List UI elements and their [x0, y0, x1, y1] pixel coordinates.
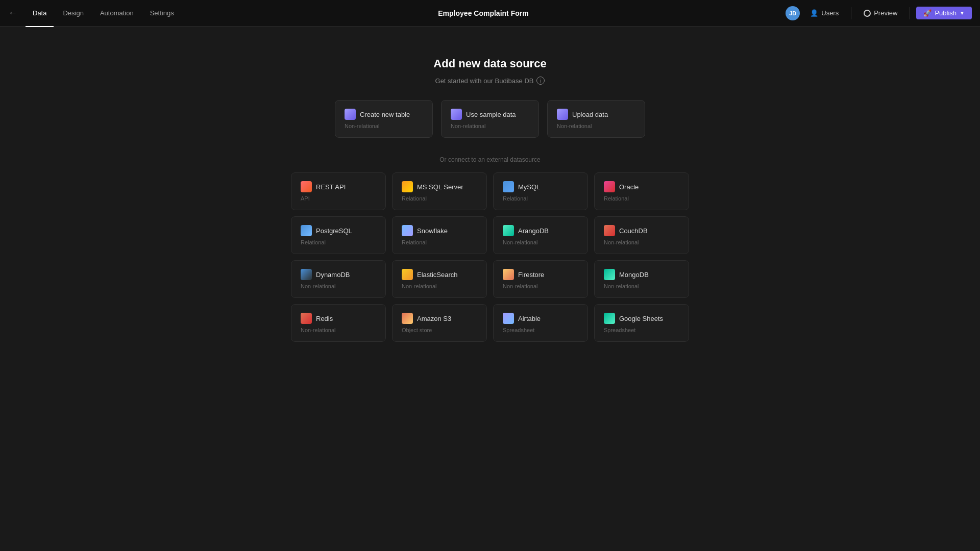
couchdb-icon [604, 225, 615, 236]
card-type-mongodb: Non-relational [604, 283, 679, 289]
mongodb-icon [604, 269, 615, 280]
sample-data-icon [451, 109, 462, 120]
oracle-icon [604, 181, 615, 192]
publish-button[interactable]: 🚀 Publish ▼ [916, 7, 972, 19]
create-table-icon [345, 109, 356, 120]
rest-api-icon [301, 181, 312, 192]
mssql-icon [402, 181, 413, 192]
card-elasticsearch[interactable]: ElasticSearch Non-relational [392, 260, 487, 298]
tab-settings[interactable]: Settings [143, 6, 181, 20]
card-type-mysql: Relational [503, 195, 578, 202]
card-type-amazon-s3: Object store [402, 327, 477, 333]
card-type-airtable: Spreadsheet [503, 327, 578, 333]
external-section-label: Or connect to an external datasource [291, 156, 689, 163]
card-arangodb[interactable]: ArangoDB Non-relational [493, 216, 588, 254]
card-name-rest-api: REST API [316, 183, 346, 191]
preview-button[interactable]: Preview [857, 7, 903, 19]
card-type-firestore: Non-relational [503, 283, 578, 289]
subtitle: Get started with our Budibase DB i [435, 77, 545, 85]
back-button[interactable]: ← [8, 8, 17, 18]
card-name-arangodb: ArangoDB [518, 227, 549, 235]
main-content: Add new data source Get started with our… [0, 27, 980, 342]
card-amazon-s3[interactable]: Amazon S3 Object store [392, 304, 487, 342]
postgresql-icon [301, 225, 312, 236]
card-mysql[interactable]: MySQL Relational [493, 172, 588, 210]
publish-icon: 🚀 [923, 9, 932, 17]
card-snowflake[interactable]: Snowflake Relational [392, 216, 487, 254]
card-header: Upload data [557, 109, 635, 120]
card-type-postgresql: Relational [301, 239, 376, 245]
upload-data-icon [557, 109, 568, 120]
arangodb-icon [503, 225, 514, 236]
external-section: Or connect to an external datasource RES… [291, 156, 689, 342]
page-title: Add new data source [433, 57, 546, 70]
info-icon[interactable]: i [536, 77, 545, 85]
card-type-couchdb: Non-relational [604, 239, 679, 245]
card-name-postgresql: PostgreSQL [316, 227, 352, 235]
card-type-create-table: Non-relational [345, 123, 423, 129]
card-dynamodb[interactable]: DynamoDB Non-relational [291, 260, 386, 298]
card-upload-data[interactable]: Upload data Non-relational [547, 100, 645, 138]
top-nav: ← Data Design Automation Settings Employ… [0, 0, 980, 27]
nav-right: JD 👤 Users Preview 🚀 Publish ▼ [786, 6, 972, 20]
preview-icon [864, 10, 871, 17]
card-name-sample-data: Use sample data [466, 111, 516, 118]
card-type-elasticsearch: Non-relational [402, 283, 477, 289]
mysql-icon [503, 181, 514, 192]
firestore-icon [503, 269, 514, 280]
nav-tabs: Data Design Automation Settings [26, 6, 181, 20]
budibase-cards-row: Create new table Non-relational Use samp… [335, 100, 645, 138]
card-mongodb[interactable]: MongoDB Non-relational [594, 260, 689, 298]
google-sheets-icon [604, 313, 615, 324]
card-google-sheets[interactable]: Google Sheets Spreadsheet [594, 304, 689, 342]
card-header: Create new table [345, 109, 423, 120]
dynamodb-icon [301, 269, 312, 280]
snowflake-icon [402, 225, 413, 236]
publish-caret-icon: ▼ [960, 10, 965, 16]
card-name-mysql: MySQL [518, 183, 540, 191]
card-type-snowflake: Relational [402, 239, 477, 245]
card-name-elasticsearch: ElasticSearch [417, 271, 457, 279]
card-type-upload-data: Non-relational [557, 123, 635, 129]
divider [851, 7, 851, 19]
card-name-google-sheets: Google Sheets [619, 315, 663, 322]
card-firestore[interactable]: Firestore Non-relational [493, 260, 588, 298]
tab-automation[interactable]: Automation [93, 6, 141, 20]
card-name-oracle: Oracle [619, 183, 639, 191]
card-mssql[interactable]: MS SQL Server Relational [392, 172, 487, 210]
card-type-redis: Non-relational [301, 327, 376, 333]
card-airtable[interactable]: Airtable Spreadsheet [493, 304, 588, 342]
card-name-amazon-s3: Amazon S3 [417, 315, 451, 322]
card-name-mssql: MS SQL Server [417, 183, 463, 191]
card-type-rest-api: API [301, 195, 376, 202]
card-name-firestore: Firestore [518, 271, 544, 279]
card-postgresql[interactable]: PostgreSQL Relational [291, 216, 386, 254]
card-type-dynamodb: Non-relational [301, 283, 376, 289]
card-couchdb[interactable]: CouchDB Non-relational [594, 216, 689, 254]
card-name-couchdb: CouchDB [619, 227, 648, 235]
avatar: JD [786, 6, 800, 20]
users-button[interactable]: 👤 Users [804, 7, 845, 19]
card-sample-data[interactable]: Use sample data Non-relational [441, 100, 539, 138]
divider2 [910, 7, 910, 19]
card-name-mongodb: MongoDB [619, 271, 649, 279]
card-name-snowflake: Snowflake [417, 227, 448, 235]
card-name-redis: Redis [316, 315, 333, 322]
card-redis[interactable]: Redis Non-relational [291, 304, 386, 342]
card-name-upload-data: Upload data [572, 111, 608, 118]
card-type-arangodb: Non-relational [503, 239, 578, 245]
tab-data[interactable]: Data [26, 6, 54, 20]
card-name-airtable: Airtable [518, 315, 541, 322]
card-rest-api[interactable]: REST API API [291, 172, 386, 210]
card-oracle[interactable]: Oracle Relational [594, 172, 689, 210]
app-title: Employee Complaint Form [181, 9, 786, 17]
card-create-table[interactable]: Create new table Non-relational [335, 100, 433, 138]
card-header: Use sample data [451, 109, 529, 120]
redis-icon [301, 313, 312, 324]
card-type-mssql: Relational [402, 195, 477, 202]
tab-design[interactable]: Design [56, 6, 90, 20]
elasticsearch-icon [402, 269, 413, 280]
amazon-s3-icon [402, 313, 413, 324]
card-name-dynamodb: DynamoDB [316, 271, 350, 279]
card-type-oracle: Relational [604, 195, 679, 202]
